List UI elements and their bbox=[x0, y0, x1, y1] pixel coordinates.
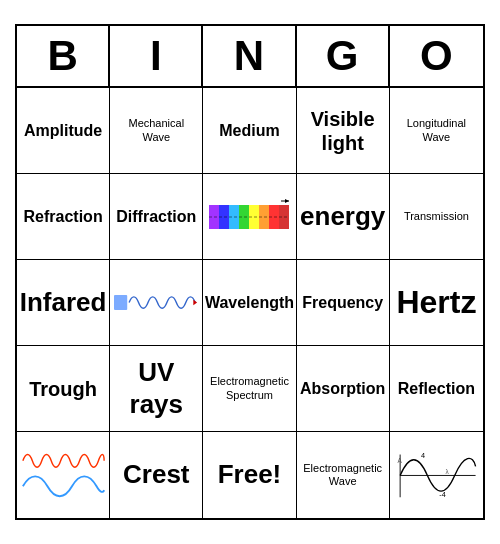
infrared-wave-icon bbox=[114, 285, 199, 320]
cell-r1c4: Visible light bbox=[297, 88, 390, 174]
cell-text-r3c4: Frequency bbox=[302, 293, 383, 312]
cell-text-r4c3: Electromagnetic Spectrum bbox=[207, 375, 291, 401]
cell-text-r2c5: Transmission bbox=[404, 210, 469, 223]
svg-marker-10 bbox=[285, 199, 289, 203]
header-b: B bbox=[17, 26, 110, 86]
cell-text-r4c4: Absorption bbox=[300, 379, 385, 398]
bottom-waves-icon bbox=[21, 445, 106, 505]
cell-text-r4c2: UV rays bbox=[114, 357, 198, 419]
cell-text-r1c4: Visible light bbox=[301, 107, 385, 155]
cell-text-r1c1: Amplitude bbox=[24, 121, 102, 140]
cell-text-r1c3: Medium bbox=[219, 121, 279, 140]
header-o: O bbox=[390, 26, 483, 86]
cell-r2c3 bbox=[203, 174, 296, 260]
cell-r1c1: Amplitude bbox=[17, 88, 110, 174]
bingo-card: B I N G O Amplitude Mechanical Wave Medi… bbox=[15, 24, 485, 520]
sine-wave-icon: 4 -4 A λ bbox=[394, 450, 479, 500]
cell-text-r4c5: Reflection bbox=[398, 379, 475, 398]
cell-r4c3: Electromagnetic Spectrum bbox=[203, 346, 296, 432]
cell-text-r5c4: Electromagnetic Wave bbox=[301, 462, 385, 488]
svg-text:λ: λ bbox=[445, 468, 449, 475]
cell-r3c4: Frequency bbox=[297, 260, 390, 346]
cell-r4c5: Reflection bbox=[390, 346, 483, 432]
svg-marker-12 bbox=[193, 300, 197, 306]
cell-text-r5c2: Crest bbox=[123, 459, 189, 490]
header-i: I bbox=[110, 26, 203, 86]
cell-r5c2: Crest bbox=[110, 432, 203, 518]
cell-r4c1: Trough bbox=[17, 346, 110, 432]
cell-text-r3c3: Wavelength bbox=[205, 293, 294, 312]
cell-text-r2c4: energy bbox=[300, 201, 385, 232]
svg-rect-11 bbox=[114, 295, 127, 310]
cell-r2c5: Transmission bbox=[390, 174, 483, 260]
cell-r3c1: Infared bbox=[17, 260, 110, 346]
cell-r3c5: Hertz bbox=[390, 260, 483, 346]
cell-r4c4: Absorption bbox=[297, 346, 390, 432]
cell-r2c2: Diffraction bbox=[110, 174, 203, 260]
bingo-grid: Amplitude Mechanical Wave Medium Visible… bbox=[17, 88, 483, 518]
cell-text-r2c2: Diffraction bbox=[116, 207, 196, 226]
cell-text-r2c1: Refraction bbox=[24, 207, 103, 226]
cell-text-r3c1: Infared bbox=[20, 287, 107, 318]
cell-r5c5: 4 -4 A λ bbox=[390, 432, 483, 518]
cell-r4c2: UV rays bbox=[110, 346, 203, 432]
cell-r5c3: Free! bbox=[203, 432, 296, 518]
cell-text-r1c5: Longitudinal Wave bbox=[394, 117, 479, 143]
header-n: N bbox=[203, 26, 296, 86]
cell-r2c4: energy bbox=[297, 174, 390, 260]
cell-text-r1c2: Mechanical Wave bbox=[114, 117, 198, 143]
svg-text:-4: -4 bbox=[439, 490, 445, 499]
cell-r1c3: Medium bbox=[203, 88, 296, 174]
cell-text-r5c3: Free! bbox=[218, 459, 282, 490]
svg-text:4: 4 bbox=[421, 451, 425, 460]
cell-r1c5: Longitudinal Wave bbox=[390, 88, 483, 174]
svg-text:A: A bbox=[397, 457, 402, 464]
cell-r1c2: Mechanical Wave bbox=[110, 88, 203, 174]
em-wave-icon bbox=[209, 197, 289, 237]
cell-r2c1: Refraction bbox=[17, 174, 110, 260]
cell-r5c1 bbox=[17, 432, 110, 518]
cell-r5c4: Electromagnetic Wave bbox=[297, 432, 390, 518]
bingo-header: B I N G O bbox=[17, 26, 483, 88]
cell-r3c2 bbox=[110, 260, 203, 346]
cell-r3c3: Wavelength bbox=[203, 260, 296, 346]
header-g: G bbox=[297, 26, 390, 86]
cell-text-r3c5: Hertz bbox=[396, 283, 476, 321]
cell-text-r4c1: Trough bbox=[29, 377, 97, 401]
